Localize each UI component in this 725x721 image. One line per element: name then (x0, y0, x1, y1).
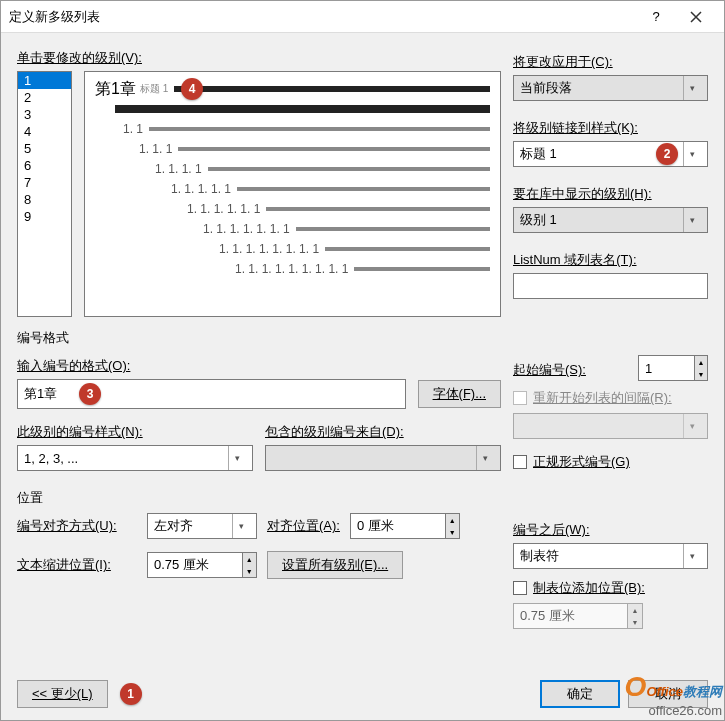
level-item[interactable]: 4 (18, 123, 71, 140)
restart-checkbox: 重新开始列表的间隔(R): (513, 389, 708, 407)
set-all-levels-button[interactable]: 设置所有级别(E)... (267, 551, 403, 579)
gallery-combo[interactable]: 级别 1 ▾ (513, 207, 708, 233)
legal-format-checkbox[interactable]: 正规形式编号(G) (513, 453, 708, 471)
spin-down-icon[interactable]: ▼ (243, 565, 256, 577)
badge-3: 3 (79, 383, 101, 405)
level-item[interactable]: 1 (18, 72, 71, 89)
chevron-down-icon: ▾ (232, 514, 250, 538)
follow-combo[interactable]: 制表符▾ (513, 543, 708, 569)
top-row: 单击要修改的级别(V): 1 2 3 4 5 6 7 8 9 4 (17, 45, 708, 317)
link-style-combo[interactable]: 标题 1 ▾ (513, 141, 708, 167)
level-item[interactable]: 6 (18, 157, 71, 174)
spin-down-icon[interactable]: ▼ (446, 526, 459, 538)
align-at-spinner[interactable]: ▲▼ (350, 513, 460, 539)
align-at-label: 对齐位置(A): (267, 517, 340, 535)
chevron-down-icon: ▾ (683, 414, 701, 438)
badge-1: 1 (120, 683, 142, 705)
spin-up-icon[interactable]: ▲ (243, 553, 256, 565)
less-button[interactable]: << 更少(L) (17, 680, 108, 708)
level-item[interactable]: 8 (18, 191, 71, 208)
restart-combo: ▾ (513, 413, 708, 439)
indent-spinner[interactable]: ▲▼ (147, 552, 257, 578)
spin-down-icon[interactable]: ▼ (695, 368, 707, 380)
ok-button[interactable]: 确定 (540, 680, 620, 708)
spin-up-icon: ▲ (628, 604, 642, 616)
tab-add-spinner: ▲▼ (513, 603, 643, 629)
spin-up-icon[interactable]: ▲ (695, 356, 707, 368)
listnum-label: ListNum 域列表名(T): (513, 251, 708, 269)
help-button[interactable]: ? (636, 1, 676, 33)
badge-2: 2 (656, 143, 678, 165)
dialog-content: 单击要修改的级别(V): 1 2 3 4 5 6 7 8 9 4 (1, 33, 724, 641)
apply-to-label: 将更改应用于(C): (513, 53, 708, 71)
level-item[interactable]: 9 (18, 208, 71, 225)
number-style-label: 此级别的编号样式(N): (17, 423, 253, 441)
format-section-header: 编号格式 (17, 329, 708, 347)
start-at-spinner[interactable]: ▲▼ (638, 355, 708, 381)
spin-up-icon[interactable]: ▲ (446, 514, 459, 526)
titlebar: 定义新多级列表 ? (1, 1, 724, 33)
dialog-buttons: << 更少(L) 1 确定 取消 (17, 680, 708, 708)
level-item[interactable]: 5 (18, 140, 71, 157)
font-button[interactable]: 字体(F)... (418, 380, 501, 408)
chevron-down-icon: ▾ (683, 142, 701, 166)
chevron-down-icon: ▾ (683, 208, 701, 232)
enter-format-label: 输入编号的格式(O): (17, 357, 501, 375)
define-multilevel-list-dialog: 定义新多级列表 ? 单击要修改的级别(V): 1 2 3 4 5 6 7 (0, 0, 725, 721)
right-column: 将更改应用于(C): 当前段落 ▾ 将级别链接到样式(K): 标题 1 ▾ 2 … (513, 45, 708, 317)
include-from-combo[interactable]: ▾ (265, 445, 501, 471)
chevron-down-icon: ▾ (228, 446, 246, 470)
follow-label: 编号之后(W): (513, 521, 708, 539)
chevron-down-icon: ▾ (476, 446, 494, 470)
level-item[interactable]: 2 (18, 89, 71, 106)
link-style-label: 将级别链接到样式(K): (513, 119, 708, 137)
badge-4: 4 (181, 78, 203, 100)
level-item[interactable]: 7 (18, 174, 71, 191)
chevron-down-icon: ▾ (683, 76, 701, 100)
position-section-header: 位置 (17, 489, 708, 507)
align-label: 编号对齐方式(U): (17, 517, 137, 535)
cancel-button[interactable]: 取消 (628, 680, 708, 708)
level-listbox[interactable]: 1 2 3 4 5 6 7 8 9 (17, 71, 72, 317)
start-at-label: 起始编号(S): (513, 361, 630, 379)
spin-down-icon: ▼ (628, 616, 642, 628)
include-from-label: 包含的级别编号来自(D): (265, 423, 501, 441)
close-icon (690, 11, 702, 23)
level-item[interactable]: 3 (18, 106, 71, 123)
gallery-label: 要在库中显示的级别(H): (513, 185, 708, 203)
indent-label: 文本缩进位置(I): (17, 556, 137, 574)
align-combo[interactable]: 左对齐▾ (147, 513, 257, 539)
preview-pane: 4 第1章标题 1 1. 1 1. 1. 1 1. 1. 1. 1 1. 1. … (84, 71, 501, 317)
dialog-title: 定义新多级列表 (9, 8, 636, 26)
number-format-input[interactable] (17, 379, 406, 409)
apply-to-combo[interactable]: 当前段落 ▾ (513, 75, 708, 101)
tab-add-checkbox[interactable]: 制表位添加位置(B): (513, 579, 708, 597)
close-button[interactable] (676, 1, 716, 33)
number-style-combo[interactable]: 1, 2, 3, ... ▾ (17, 445, 253, 471)
level-list-label: 单击要修改的级别(V): (17, 49, 501, 67)
listnum-input[interactable] (513, 273, 708, 299)
chevron-down-icon: ▾ (683, 544, 701, 568)
